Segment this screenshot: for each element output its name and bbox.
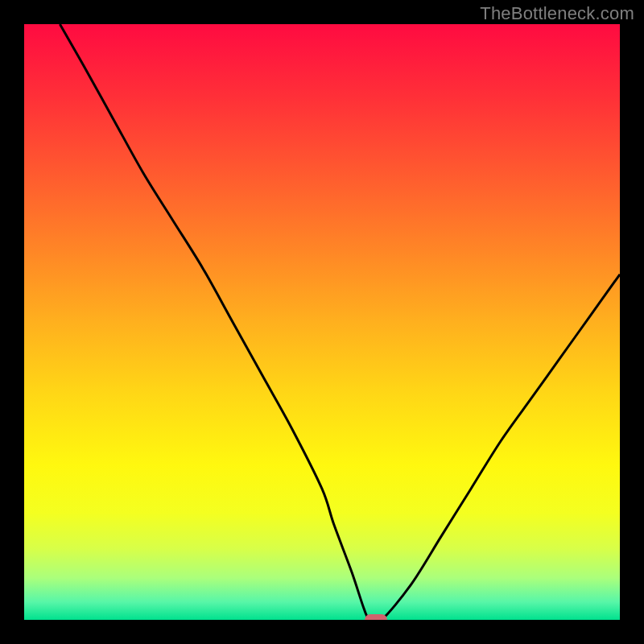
- watermark-text: TheBottleneck.com: [480, 3, 634, 24]
- bottleneck-curve: [24, 24, 620, 620]
- plot-area: [24, 24, 620, 620]
- bottleneck-minimum-marker: [365, 614, 387, 620]
- chart-frame: TheBottleneck.com: [0, 0, 644, 644]
